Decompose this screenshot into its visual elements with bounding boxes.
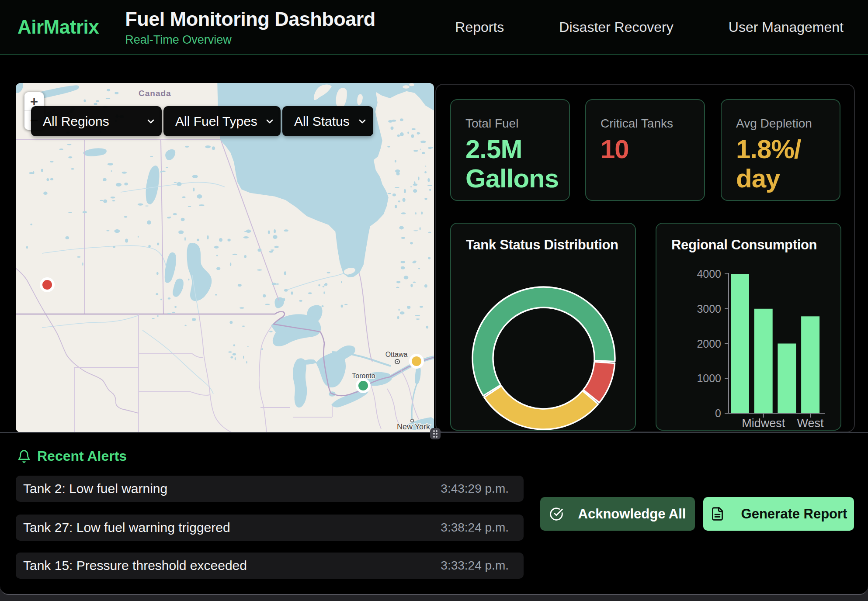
svg-text:3000: 3000 — [697, 303, 721, 315]
map-label-canada: Canada — [139, 89, 171, 98]
stat-card-total-fuel: Total Fuel 2.5MGallons — [450, 99, 570, 201]
region-filter-label: All Regions — [43, 114, 109, 129]
alert-message: Tank 15: Pressure threshold exceeded — [23, 558, 247, 573]
nav-item-disaster-recovery[interactable]: Disaster Recovery — [559, 19, 673, 35]
svg-text:West: West — [797, 417, 824, 430]
alert-timestamp: 3:43:29 p.m. — [441, 482, 509, 496]
stat-card-avg-depletion: Avg Depletion 1.8%/day — [721, 99, 840, 201]
tank-status-donut-chart — [451, 224, 637, 432]
svg-text:1000: 1000 — [697, 372, 721, 384]
app-window: AirMatrix Fuel Monitoring Dashboard Real… — [0, 0, 868, 595]
stat-label: Total Fuel — [465, 117, 557, 131]
critical-tank-marker[interactable] — [41, 279, 53, 291]
bar-1 — [754, 309, 773, 413]
title-block: Fuel Monitoring Dashboard Real-Time Over… — [125, 8, 375, 46]
regional-consumption-chart-card: Regional Consumption 01000200030004000Mi… — [656, 223, 841, 431]
file-text-icon — [710, 507, 725, 521]
stat-value: 1.8%/day — [736, 135, 827, 193]
nav-item-user-management[interactable]: User Management — [729, 19, 844, 35]
svg-text:4000: 4000 — [697, 268, 721, 280]
tank-status-chart-card: Tank Status Distribution — [450, 223, 636, 431]
svg-text:Midwest: Midwest — [742, 417, 785, 430]
stat-value-line: 2.5M — [465, 135, 557, 164]
stat-label: Critical Tanks — [601, 117, 692, 131]
bar-0 — [731, 274, 749, 413]
stat-value-line: 1.8%/ — [736, 135, 827, 164]
stat-value-line: Gallons — [465, 164, 557, 193]
chevron-down-icon — [357, 116, 368, 127]
normal-tank-marker[interactable] — [357, 380, 369, 392]
acknowledge-all-label: Acknowledge All — [578, 506, 686, 522]
main-nav: Reports Disaster Recovery User Managemen… — [455, 19, 844, 35]
map-label-ottawa: Ottawa — [385, 351, 408, 358]
map-panel[interactable]: Canada Ottawa Toronto New York + − All R… — [16, 83, 434, 432]
alert-row[interactable]: Tank 2: Low fuel warning 3:43:29 p.m. — [16, 476, 524, 502]
stat-value-line: day — [736, 164, 827, 193]
header: AirMatrix Fuel Monitoring Dashboard Real… — [0, 0, 868, 55]
chevron-down-icon — [264, 116, 275, 127]
nav-item-reports[interactable]: Reports — [455, 19, 504, 35]
acknowledge-all-button[interactable]: Acknowledge All — [540, 497, 695, 531]
newyork-town-icon — [411, 419, 414, 422]
stat-value: 10 — [601, 135, 692, 164]
generate-report-label: Generate Report — [741, 506, 847, 522]
region-filter-dropdown[interactable]: All Regions — [31, 106, 162, 136]
svg-text:0: 0 — [715, 407, 721, 419]
page-title: Fuel Monitoring Dashboard — [125, 8, 375, 30]
grip-dots-icon — [433, 430, 438, 438]
panel-resize-handle[interactable] — [430, 428, 441, 439]
fuel-type-filter-dropdown[interactable]: All Fuel Types — [163, 106, 281, 136]
overview-panel: Total Fuel 2.5MGallons Critical Tanks 10… — [435, 84, 855, 432]
alerts-header: Recent Alerts — [17, 448, 127, 464]
bar-3 — [801, 316, 819, 413]
donut-segment-warning — [484, 386, 598, 429]
bar-2 — [778, 344, 796, 414]
alert-timestamp: 3:38:24 p.m. — [441, 521, 509, 535]
stat-label: Avg Depletion — [736, 117, 827, 131]
regional-consumption-bar-chart: 01000200030004000MidwestWest — [656, 224, 841, 432]
svg-text:2000: 2000 — [697, 338, 721, 350]
stat-card-critical-tanks: Critical Tanks 10 — [585, 99, 705, 201]
page-subtitle: Real-Time Overview — [125, 33, 375, 46]
alert-row[interactable]: Tank 27: Low fuel warning triggered 3:38… — [16, 515, 524, 541]
chevron-down-icon — [146, 116, 156, 127]
alert-row[interactable]: Tank 15: Pressure threshold exceeded 3:3… — [16, 553, 524, 579]
brand-logo: AirMatrix — [17, 16, 99, 38]
stat-value-line: 10 — [601, 135, 692, 164]
alert-timestamp: 3:33:24 p.m. — [441, 559, 509, 573]
ottawa-town-icon-dot — [396, 361, 398, 362]
alerts-section-title: Recent Alerts — [37, 448, 127, 464]
fuel-type-filter-label: All Fuel Types — [175, 114, 257, 129]
map-filters: All Regions All Fuel Types All Status — [31, 106, 373, 136]
status-filter-label: All Status — [294, 114, 350, 129]
generate-report-button[interactable]: Generate Report — [703, 497, 854, 531]
bell-icon — [17, 449, 31, 463]
map-label-newyork: New York — [397, 422, 431, 431]
alert-message: Tank 27: Low fuel warning triggered — [23, 520, 230, 535]
check-circle-icon — [549, 507, 563, 521]
stat-value: 2.5MGallons — [465, 135, 557, 193]
alert-message: Tank 2: Low fuel warning — [23, 481, 167, 496]
warning-tank-marker[interactable] — [410, 355, 423, 367]
status-filter-dropdown[interactable]: All Status — [282, 106, 373, 136]
